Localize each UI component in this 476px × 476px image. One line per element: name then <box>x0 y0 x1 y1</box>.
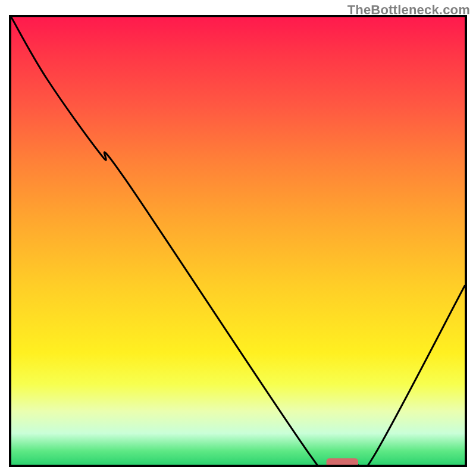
bottleneck-curve <box>11 17 465 465</box>
chart-panel <box>9 15 467 467</box>
chart-frame: TheBottleneck.com <box>0 0 476 476</box>
chart-svg <box>11 17 465 465</box>
watermark-text: TheBottleneck.com <box>347 2 470 18</box>
optimal-marker <box>327 458 358 465</box>
